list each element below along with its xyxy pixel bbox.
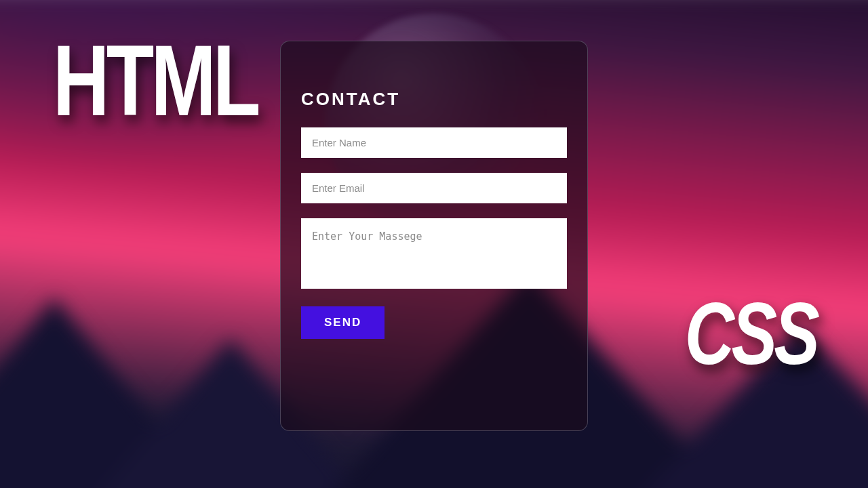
stage: HTML CONTACT SEND CSS xyxy=(0,0,868,488)
overlay-text-css: CSS xyxy=(685,298,816,369)
contact-card: CONTACT SEND xyxy=(280,41,588,431)
card-title: CONTACT xyxy=(301,89,567,110)
overlay-text-html: HTML xyxy=(53,41,258,121)
name-input[interactable] xyxy=(301,127,567,158)
send-button[interactable]: SEND xyxy=(301,306,384,339)
email-input[interactable] xyxy=(301,173,567,203)
message-input[interactable] xyxy=(301,218,567,289)
